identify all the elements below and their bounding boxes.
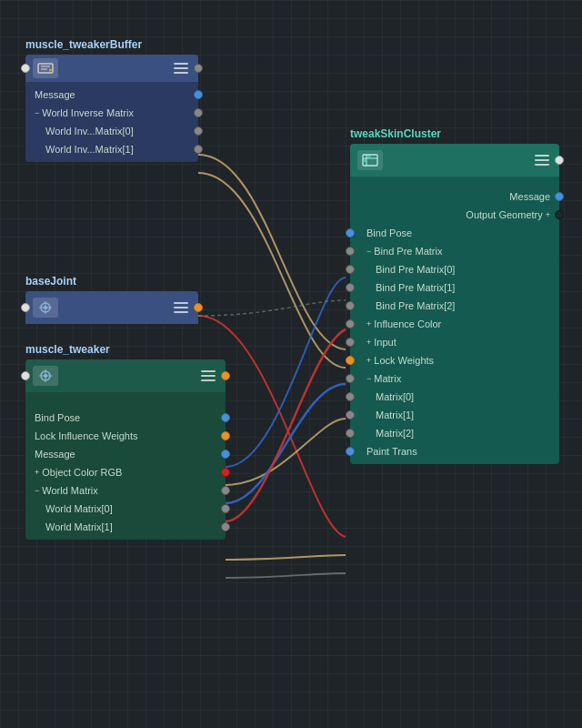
skin-bpm1-port[interactable]	[346, 283, 355, 292]
node-skin[interactable]: tweakSkinCluster Message Output	[350, 144, 559, 464]
basejoint-title: baseJoint	[25, 275, 76, 288]
skin-bpm-port[interactable]	[346, 247, 355, 256]
skin-row-matrix1: Matrix[1]	[350, 406, 559, 424]
skin-influencecolor-port[interactable]	[346, 319, 355, 329]
skin-row-message: Message	[350, 187, 559, 206]
tweaker-row-wm1: World Matrix[1]	[25, 518, 226, 536]
buffer-header	[25, 55, 198, 82]
buffer-body: Message − World Inverse Matrix World Inv…	[25, 82, 198, 162]
tweaker-objcolor-port[interactable]	[221, 468, 230, 477]
tweaker-title: muscle_tweaker	[25, 343, 110, 356]
basejoint-menu[interactable]	[171, 300, 191, 315]
skin-outgeo-port[interactable]	[555, 210, 564, 219]
tweaker-row-bindpose: Bind Pose	[25, 409, 226, 427]
buffer-wim0-port[interactable]	[194, 126, 203, 136]
skin-row-matrix-header: − Matrix	[350, 369, 559, 388]
buffer-row-message: Message	[25, 86, 198, 104]
basejoint-port-left[interactable]	[21, 303, 30, 312]
tweaker-port-right[interactable]	[221, 371, 230, 380]
tweaker-row-objcolor: + Object Color RGB	[25, 463, 226, 481]
tweaker-liw-port[interactable]	[221, 431, 230, 440]
tweaker-row-wm: − World Matrix	[25, 481, 226, 500]
basejoint-icon	[33, 298, 58, 318]
skin-row-outgeo: Output Geometry +	[350, 206, 559, 224]
tweaker-row-liw: Lock Influence Weights	[25, 427, 226, 445]
skin-row-painttrans: Paint Trans	[350, 442, 559, 460]
tweaker-wm-port[interactable]	[221, 486, 230, 495]
buffer-icon	[33, 58, 58, 78]
skin-header	[350, 144, 559, 177]
skin-title: tweakSkinCluster	[350, 127, 441, 140]
skin-row-bpm2: Bind Pre Matrix[2]	[350, 297, 559, 315]
skin-lockweights-port[interactable]	[346, 356, 355, 365]
node-basejoint[interactable]: baseJoint	[25, 291, 198, 324]
tweaker-message-port[interactable]	[221, 450, 230, 459]
svg-point-7	[44, 306, 47, 309]
svg-rect-16	[367, 156, 371, 158]
skin-matrix-port[interactable]	[346, 374, 355, 383]
buffer-message-port[interactable]	[194, 90, 203, 99]
skin-bindpose-port[interactable]	[346, 228, 355, 238]
svg-rect-15	[364, 159, 366, 162]
tweaker-row-wm0: World Matrix[0]	[25, 500, 226, 518]
tweaker-port-left[interactable]	[21, 371, 30, 380]
skin-input-port[interactable]	[346, 338, 355, 347]
buffer-row-wim0: World Inv...Matrix[0]	[25, 122, 198, 140]
buffer-title: muscle_tweakerBuffer	[25, 38, 142, 51]
skin-menu[interactable]	[532, 153, 552, 167]
tweaker-body: Bind Pose Lock Influence Weights Message…	[25, 392, 226, 540]
basejoint-header	[25, 291, 198, 324]
buffer-header-port-right[interactable]	[194, 64, 203, 73]
skin-matrix0-port[interactable]	[346, 392, 355, 401]
skin-painttrans-port[interactable]	[346, 447, 355, 456]
tweaker-bindpose-port[interactable]	[221, 413, 230, 422]
node-tweaker[interactable]: muscle_tweaker Bind Pose Lock Influe	[25, 359, 226, 540]
skin-header-port-right[interactable]	[555, 156, 564, 165]
skin-row-influencecolor: + Influence Color	[350, 315, 559, 333]
basejoint-port-right[interactable]	[194, 303, 203, 312]
buffer-row-wim1: World Inv...Matrix[1]	[25, 140, 198, 158]
skin-icon	[357, 150, 383, 170]
skin-row-lockweights: + Lock Weights	[350, 351, 559, 369]
node-buffer[interactable]: muscle_tweakerBuffer Message −	[25, 55, 198, 162]
buffer-header-port-left[interactable]	[21, 64, 30, 73]
buffer-wim-port[interactable]	[194, 108, 203, 117]
buffer-wim1-port[interactable]	[194, 145, 203, 154]
skin-row-matrix2: Matrix[2]	[350, 424, 559, 442]
skin-row-bpm0: Bind Pre Matrix[0]	[350, 260, 559, 278]
buffer-menu[interactable]	[171, 61, 191, 76]
skin-message-port[interactable]	[555, 192, 564, 201]
tweaker-wm1-port[interactable]	[221, 522, 230, 531]
svg-rect-0	[38, 64, 53, 73]
tweaker-wm0-port[interactable]	[221, 504, 230, 513]
skin-row-bpm-header: − Bind Pre Matrix	[350, 242, 559, 260]
skin-row-bpm1: Bind Pre Matrix[1]	[350, 278, 559, 297]
svg-point-11	[44, 374, 47, 378]
tweaker-icon	[33, 366, 58, 386]
buffer-row-wim: − World Inverse Matrix	[25, 104, 198, 122]
tweaker-row-message: Message	[25, 445, 226, 463]
skin-row-bindpose: Bind Pose	[350, 224, 559, 242]
skin-row-input: + Input	[350, 333, 559, 351]
skin-body: Message Output Geometry + Bind Pose − Bi…	[350, 177, 559, 464]
tweaker-menu[interactable]	[198, 369, 218, 383]
tweaker-header	[25, 359, 226, 392]
skin-matrix2-port[interactable]	[346, 429, 355, 438]
skin-row-matrix0: Matrix[0]	[350, 388, 559, 406]
skin-matrix1-port[interactable]	[346, 410, 355, 420]
skin-bpm2-port[interactable]	[346, 301, 355, 310]
skin-bpm0-port[interactable]	[346, 265, 355, 274]
